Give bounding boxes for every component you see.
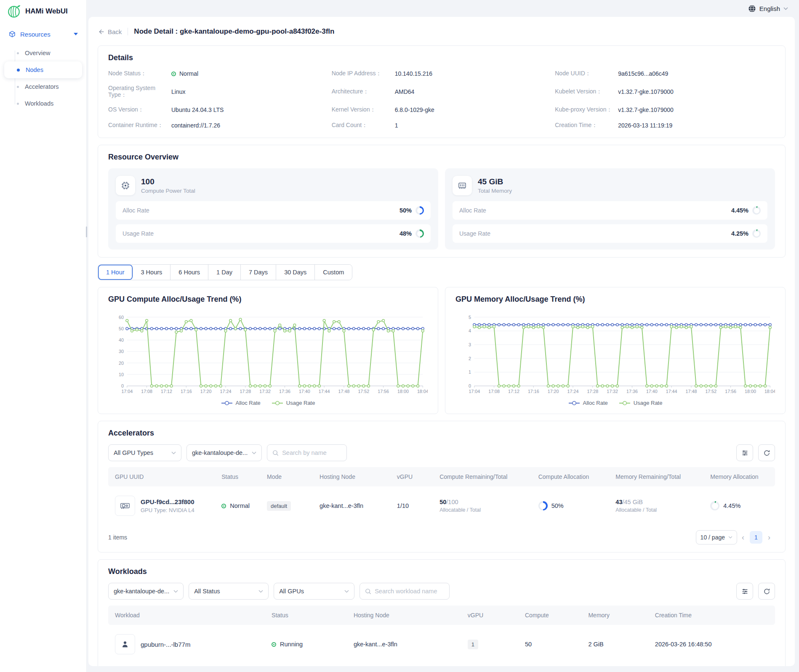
column-header-memory-allocation: Memory Allocation: [710, 473, 775, 480]
detail-field: Node IP Address：10.140.15.216: [332, 69, 555, 78]
legend-item-usage-rate[interactable]: Usage Rate: [619, 400, 663, 406]
legend-marker-icon: [568, 401, 580, 406]
column-settings-icon: [741, 449, 748, 457]
status-ok-icon: [172, 72, 175, 75]
refresh-button[interactable]: [758, 444, 775, 461]
accelerators-toolbar: All GPU Types gke-kantaloupe-de...: [108, 444, 775, 461]
gpu-uuid-link[interactable]: GPU-f9cd...23f800: [141, 498, 194, 505]
chart-legend: Alloc RateUsage Rate: [108, 400, 428, 406]
svg-text:30: 30: [119, 349, 124, 354]
detail-value: 9a615c96...a06c49: [618, 70, 668, 77]
detail-value: Ubuntu 24.04.3 LTS: [171, 106, 224, 113]
memory-overview-card: 45 GiB Total Memory Alloc Rate 4.45% Usa…: [445, 168, 775, 250]
sidebar-item-workloads[interactable]: Workloads: [4, 95, 82, 112]
time-range-tab-7-days[interactable]: 7 Days: [241, 265, 276, 280]
next-page-button[interactable]: ›: [763, 533, 775, 542]
detail-value: Normal: [171, 70, 198, 77]
alloc-rate-donut: [752, 206, 761, 215]
workload-search-input[interactable]: [375, 588, 444, 595]
svg-text:18:00: 18:00: [745, 389, 756, 394]
svg-text:17:28: 17:28: [587, 389, 598, 394]
svg-text:17:12: 17:12: [161, 389, 172, 394]
sidebar-item-label: Overview: [25, 50, 50, 56]
chevron-down-icon: [783, 7, 788, 10]
sidebar-resize-handle[interactable]: [86, 226, 87, 237]
prev-page-button[interactable]: ‹: [737, 533, 749, 542]
gpu-compute-allocation: 50%: [538, 501, 616, 510]
gpu-compute-trend-chart: 010203040506017:0417:0817:1217:1617:2017…: [108, 312, 428, 399]
top-bar: English: [87, 0, 799, 17]
items-count: 1 items: [108, 534, 127, 541]
memory-allocation-donut: [710, 501, 719, 510]
workloads-title: Workloads: [108, 567, 775, 576]
svg-text:17:28: 17:28: [240, 389, 251, 394]
accelerators-table-header: GPU UUIDStatusModeHosting NodevGPUComput…: [108, 467, 775, 486]
time-range-tab-3-hours[interactable]: 3 Hours: [133, 265, 171, 280]
gpu-memory-trend-chart: 01234517:0417:0817:1217:1617:2017:2417:2…: [455, 312, 775, 399]
workload-name-link[interactable]: gpuburn-...-lb77m: [141, 641, 190, 648]
detail-label: Creation Time：: [555, 122, 618, 129]
column-settings-button[interactable]: [736, 583, 753, 600]
gpu-mode-badge: default: [267, 501, 291, 511]
cluster-select[interactable]: gke-kantaloupe-de...: [186, 444, 262, 461]
chevron-down-icon: [74, 33, 78, 36]
gpu-memory-trend-title: GPU Memory Alloc/Usage Trend (%): [455, 295, 775, 304]
page-header: Back Node Detail : gke-kantaloupe-demo-g…: [98, 22, 786, 41]
status-ok-icon: [272, 643, 275, 646]
svg-text:4: 4: [469, 328, 471, 333]
memory-total-label: Total Memory: [478, 188, 512, 194]
svg-text:17:20: 17:20: [200, 389, 212, 394]
sidebar-section-resources[interactable]: Resources: [0, 26, 86, 42]
detail-field: Node Status：Normal: [108, 69, 332, 78]
compute-usage-rate-row: Usage Rate 48%: [116, 224, 431, 243]
sidebar-item-overview[interactable]: Overview: [4, 45, 82, 61]
column-header-compute-allocation: Compute Allocation: [538, 473, 616, 480]
svg-text:18:04: 18:04: [764, 389, 775, 394]
compute-total-label: Compute Power Total: [141, 188, 195, 194]
sidebar-item-nodes[interactable]: Nodes: [4, 61, 82, 78]
gpu-hosting-node: gke-kant...e-3fln: [320, 502, 397, 509]
column-settings-button[interactable]: [736, 444, 753, 461]
workload-gpu-select[interactable]: All GPUs: [274, 583, 354, 600]
column-header-workload: Workload: [108, 612, 272, 619]
gpu-type-select[interactable]: All GPU Types: [108, 444, 181, 461]
time-range-tab-1-day[interactable]: 1 Day: [208, 265, 241, 280]
legend-marker-icon: [272, 401, 283, 406]
sidebar-item-accelerators[interactable]: Accelerators: [4, 78, 82, 95]
back-arrow-icon: [98, 28, 105, 35]
page-size-select[interactable]: 10 / page: [696, 530, 737, 545]
time-range-tab-30-days[interactable]: 30 Days: [276, 265, 315, 280]
time-range-tab-custom[interactable]: Custom: [315, 265, 352, 280]
refresh-icon: [763, 449, 770, 457]
svg-text:17:32: 17:32: [607, 389, 618, 394]
svg-text:60: 60: [119, 315, 124, 320]
workload-status-select[interactable]: All Status: [189, 583, 269, 600]
detail-field: Card Count：1: [332, 121, 555, 130]
svg-text:0: 0: [469, 383, 471, 388]
time-range-tab-6-hours[interactable]: 6 Hours: [170, 265, 208, 280]
workload-compute: 50: [525, 641, 588, 648]
language-selector[interactable]: English: [748, 5, 788, 13]
chart-legend: Alloc RateUsage Rate: [455, 400, 775, 406]
refresh-icon: [763, 588, 770, 595]
column-header-memory-remaining-total: Memory Remaining/Total: [615, 473, 710, 480]
accelerators-card: Accelerators All GPU Types gke-kantaloup…: [98, 421, 786, 552]
refresh-button[interactable]: [758, 583, 775, 600]
detail-label: Kube-proxy Version：: [555, 106, 618, 114]
legend-item-usage-rate[interactable]: Usage Rate: [272, 400, 315, 406]
workload-memory: 2 GiB: [588, 641, 655, 648]
details-title: Details: [108, 53, 775, 62]
svg-text:17:52: 17:52: [358, 389, 369, 394]
workload-icon: [115, 634, 135, 654]
accelerator-search-input[interactable]: [282, 449, 341, 456]
page-number-1[interactable]: 1: [750, 531, 762, 544]
time-range-tabs: 1 Hour3 Hours6 Hours1 Day7 Days30 DaysCu…: [98, 264, 352, 280]
back-button[interactable]: Back: [98, 28, 122, 35]
legend-item-alloc-rate[interactable]: Alloc Rate: [221, 400, 261, 406]
workload-cluster-select[interactable]: gke-kantaloupe-de...: [108, 583, 184, 600]
legend-item-alloc-rate[interactable]: Alloc Rate: [568, 400, 608, 406]
time-range-tab-1-hour[interactable]: 1 Hour: [98, 265, 133, 280]
compute-total-value: 100: [141, 177, 195, 186]
tree-dot-icon: [17, 69, 20, 72]
svg-text:17:40: 17:40: [646, 389, 658, 394]
